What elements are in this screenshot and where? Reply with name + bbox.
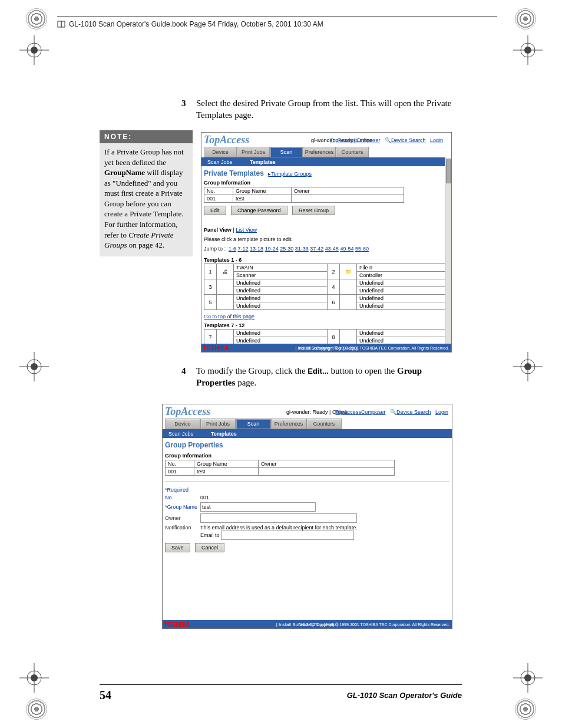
change-password-button[interactable]: Change Password <box>231 206 287 215</box>
main-tabs: Device Print Jobs Scan Preferences Count… <box>165 419 342 429</box>
registration-target-icon <box>513 35 543 65</box>
tab-device[interactable]: Device <box>165 419 200 429</box>
cell-name: test <box>194 468 259 476</box>
subtab-templates[interactable]: Templates <box>250 159 276 165</box>
table-row: 001 test <box>204 195 404 203</box>
note-callout: NOTE: If a Private Group has not yet bee… <box>100 130 193 256</box>
note-title: NOTE: <box>100 130 193 143</box>
section-title: Private Templates <box>204 169 264 177</box>
col-group-name: Group Name <box>233 187 292 195</box>
jump-link[interactable]: 25-30 <box>280 246 293 252</box>
table-row[interactable]: 1🖨 TWAIN 2📁 File n <box>204 264 451 272</box>
registration-target-icon <box>19 35 49 65</box>
topaccess-logo: TopAccess <box>165 406 210 418</box>
owner-input[interactable] <box>200 513 357 523</box>
subtab-scan-jobs[interactable]: Scan Jobs <box>207 159 232 165</box>
jump-link[interactable]: 49-54 <box>340 246 353 252</box>
tab-counters[interactable]: Counters <box>306 419 342 429</box>
scrollbar[interactable] <box>445 159 451 344</box>
templates-1-6-heading: Templates 1 - 6 <box>204 257 242 263</box>
tab-device[interactable]: Device <box>204 147 237 157</box>
jump-link[interactable]: 7-12 <box>238 246 249 252</box>
registration-target-icon <box>513 352 543 381</box>
table-row: No. Group Name Owner <box>204 187 404 195</box>
group-info-heading: Group Information <box>165 453 211 459</box>
tab-scan[interactable]: Scan <box>270 147 303 157</box>
list-view-link[interactable]: List View <box>236 227 257 233</box>
cell-name: test <box>233 195 292 203</box>
field-owner: Owner <box>165 513 401 523</box>
email-to-input[interactable] <box>221 531 354 540</box>
field-notification: Notification This email address is used … <box>165 525 401 540</box>
no-value: 001 <box>200 495 209 500</box>
step-text: To modify the Group, click the Edit... b… <box>196 366 422 387</box>
jump-link[interactable]: 37-42 <box>310 246 323 252</box>
svg-rect-24 <box>58 21 61 27</box>
book-icon <box>57 20 65 28</box>
jump-links: Jump to : 1-6 7-12 13-18 19-24 25-30 31-… <box>204 246 369 252</box>
tab-counters[interactable]: Counters <box>336 147 369 157</box>
crop-mark-icon <box>26 699 47 720</box>
table-row[interactable]: 5Undefined 6Undefined <box>204 295 451 302</box>
crop-mark-icon <box>515 699 536 720</box>
login-link[interactable]: Login <box>435 409 448 415</box>
table-row[interactable]: 3Undefined 4Undefined <box>204 279 451 287</box>
magnifier-icon: 🔍 <box>390 409 396 415</box>
reset-group-button[interactable]: Reset Group <box>292 206 335 215</box>
group-name-input[interactable] <box>200 502 316 512</box>
tab-print-jobs[interactable]: Print Jobs <box>237 147 270 157</box>
login-link[interactable]: Login <box>430 137 443 143</box>
template-groups-link[interactable]: ▸Template Groups <box>268 171 312 177</box>
field-group-name: *Group Name <box>165 502 401 512</box>
col-no: No. <box>166 460 194 468</box>
button-row: Save Cancel <box>165 543 228 552</box>
folder-icon: 📁 <box>340 264 357 279</box>
form: No.001 *Group Name Owner Notification Th… <box>165 495 401 542</box>
app-footer: TOSHIBA | Install Software | Top | Help … <box>201 344 451 352</box>
save-button[interactable]: Save <box>165 543 190 552</box>
field-no: No.001 <box>165 495 401 500</box>
group-info-table: No. Group Name Owner 001 test <box>204 187 404 203</box>
step-3: 3 Select the desired Private Group from … <box>196 97 462 121</box>
col-group-name: Group Name <box>194 460 259 468</box>
composer-link[interactable]: TopAccessComposer <box>335 409 385 415</box>
guide-title: GL-1010 Scan Operator's Guide <box>347 691 462 700</box>
tab-scan[interactable]: Scan <box>236 419 271 429</box>
subtab-scan-jobs[interactable]: Scan Jobs <box>168 431 193 437</box>
app-footer: TOSHIBA | Install Software | Top | Help … <box>163 620 452 628</box>
copyright-text: V.1.2.0.2 Copyright © 1999-2001 TOSHIBA … <box>299 622 449 627</box>
templates-table-1-6: 1🖨 TWAIN 2📁 File n ScannerController 3Un… <box>204 263 451 310</box>
composer-link[interactable]: TopAccessComposer <box>330 137 380 143</box>
subtab-templates[interactable]: Templates <box>211 431 237 437</box>
tab-print-jobs[interactable]: Print Jobs <box>200 419 236 429</box>
cancel-button[interactable]: Cancel <box>195 543 224 552</box>
jump-link[interactable]: 13-18 <box>250 246 263 252</box>
instruction-text: Please click a template picture to edit. <box>204 236 293 242</box>
col-owner: Owner <box>259 460 395 468</box>
magnifier-icon: 🔍 <box>385 137 391 143</box>
step-text: Select the desired Private Group from th… <box>196 98 451 120</box>
col-no: No. <box>204 187 233 195</box>
device-search-link[interactable]: Device Search <box>396 409 431 415</box>
go-to-top-link[interactable]: Go to top of this page <box>204 314 254 319</box>
jump-link[interactable]: 1-6 <box>229 246 236 252</box>
page-number: 54 <box>100 689 111 702</box>
device-search-link[interactable]: Device Search <box>391 137 426 143</box>
jump-link[interactable]: 19-24 <box>265 246 279 252</box>
sub-tab-strip: Scan Jobs Templates <box>163 429 452 438</box>
edit-button[interactable]: Edit <box>204 206 226 215</box>
table-row[interactable]: 7Undefined 8Undefined <box>204 330 451 337</box>
panel-view: Panel View <box>204 227 232 233</box>
jump-link[interactable]: 31-36 <box>295 246 309 252</box>
scroll-thumb[interactable] <box>446 159 451 183</box>
cell-no: 001 <box>166 468 194 476</box>
jump-link[interactable]: 55-60 <box>355 246 369 252</box>
tab-preferences[interactable]: Preferences <box>303 147 336 157</box>
toshiba-logo: TOSHIBA <box>203 345 229 351</box>
cell-owner <box>292 195 404 203</box>
tab-preferences[interactable]: Preferences <box>271 419 306 429</box>
scanner-icon: 🖨 <box>217 264 234 279</box>
jump-link[interactable]: 43-48 <box>325 246 339 252</box>
step-4: 4 To modify the Group, click the Edit...… <box>196 365 462 389</box>
registration-target-icon <box>513 663 543 693</box>
